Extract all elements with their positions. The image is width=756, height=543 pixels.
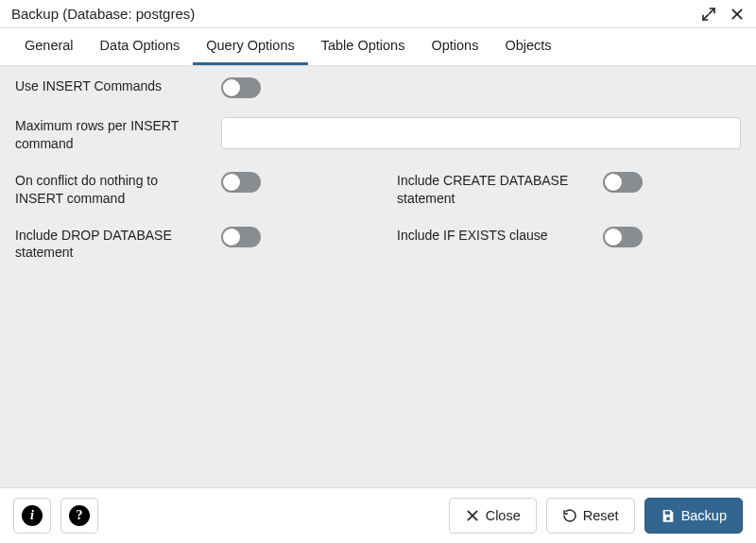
form-grid: Use INSERT Commands Maximum rows per INS…: [15, 77, 741, 262]
reset-button[interactable]: Reset: [546, 498, 635, 534]
row-include-if-exists: Include IF EXISTS clause: [397, 227, 741, 263]
reset-icon: [562, 508, 577, 523]
row-max-rows-per-insert: Maximum rows per INSERT command: [15, 117, 741, 153]
label-include-if-exists: Include IF EXISTS clause: [397, 227, 586, 245]
toggle-use-insert-commands[interactable]: [221, 77, 261, 98]
tab-table-options[interactable]: Table Options: [308, 28, 419, 65]
row-use-insert-commands: Use INSERT Commands: [15, 77, 741, 98]
close-button-label: Close: [486, 508, 521, 523]
tab-objects[interactable]: Objects: [491, 28, 564, 65]
tab-bar: General Data Options Query Options Table…: [0, 28, 756, 66]
row-on-conflict-do-nothing: On conflict do nothing to INSERT command: [15, 172, 359, 208]
backup-dialog: Backup (Database: postgres) General Data…: [0, 0, 756, 543]
label-on-conflict-do-nothing: On conflict do nothing to INSERT command: [15, 172, 204, 208]
expand-icon[interactable]: [701, 7, 716, 22]
footer-right: Close Reset Backup: [449, 498, 743, 534]
backup-button-label: Backup: [681, 508, 727, 523]
tab-options[interactable]: Options: [418, 28, 491, 65]
footer-left: i ?: [13, 498, 98, 534]
help-icon: ?: [69, 505, 90, 526]
label-use-insert-commands: Use INSERT Commands: [15, 77, 204, 95]
save-icon: [661, 508, 676, 523]
toggle-on-conflict-do-nothing[interactable]: [221, 172, 261, 193]
content-panel: Use INSERT Commands Maximum rows per INS…: [0, 66, 756, 487]
info-button[interactable]: i: [13, 498, 51, 534]
tab-data-options[interactable]: Data Options: [87, 28, 194, 65]
backup-button[interactable]: Backup: [644, 498, 743, 534]
tab-general[interactable]: General: [11, 28, 87, 65]
label-include-drop-database: Include DROP DATABASE statement: [15, 227, 204, 263]
footer: i ? Close Reset Backup: [0, 487, 756, 543]
tab-query-options[interactable]: Query Options: [193, 28, 308, 65]
label-max-rows-per-insert: Maximum rows per INSERT command: [15, 117, 204, 153]
toggle-include-create-database[interactable]: [603, 172, 643, 193]
info-icon: i: [22, 505, 43, 526]
row-include-drop-database: Include DROP DATABASE statement: [15, 227, 359, 263]
row-include-create-database: Include CREATE DATABASE statement: [397, 172, 741, 208]
toggle-include-drop-database[interactable]: [221, 227, 261, 247]
x-icon: [465, 508, 480, 523]
toggle-include-if-exists[interactable]: [603, 227, 643, 247]
title-controls: [701, 7, 745, 22]
title-bar: Backup (Database: postgres): [0, 0, 756, 28]
close-icon[interactable]: [730, 7, 745, 22]
help-button[interactable]: ?: [60, 498, 98, 534]
reset-button-label: Reset: [583, 508, 619, 523]
input-max-rows-per-insert[interactable]: [221, 117, 741, 149]
label-include-create-database: Include CREATE DATABASE statement: [397, 172, 586, 208]
dialog-title: Backup (Database: postgres): [11, 6, 195, 22]
close-button[interactable]: Close: [449, 498, 537, 534]
